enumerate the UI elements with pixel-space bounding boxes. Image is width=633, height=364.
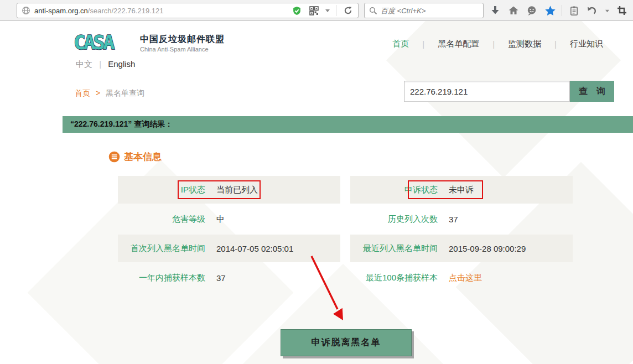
row-value: 37 [449, 215, 458, 224]
language-switcher: 中文 | English [76, 59, 135, 70]
breadcrumb-home[interactable]: 首页 [75, 89, 90, 97]
shield-icon[interactable] [290, 4, 303, 17]
basic-info-section-header: 基本信息 [108, 150, 162, 163]
row-label: 危害等级 [118, 214, 205, 225]
divider [336, 5, 336, 16]
ip-search-input[interactable] [404, 81, 570, 102]
bookmark-star-icon[interactable] [543, 4, 557, 17]
result-header-bar: “222.76.219.121” 查询结果： [63, 116, 633, 133]
url-path: /search/222.76.219.121 [88, 7, 164, 15]
query-button[interactable]: 查 询 [570, 81, 614, 102]
breadcrumb-current: 黑名单查询 [106, 89, 144, 97]
casa-logo-icon: CASA [74, 33, 136, 54]
recent-samples-link[interactable]: 点击这里 [449, 273, 482, 283]
magnifier-icon [369, 7, 377, 15]
site-logo[interactable]: CASA 中国反垃圾邮件联盟 China Anti-Spam Alliance [74, 33, 225, 54]
info-row-recent-samples: 最近100条捕获样本 点击这里 [350, 264, 573, 292]
breadcrumb: 首页 > 黑名单查询 [75, 89, 144, 98]
section-title: 基本信息 [124, 150, 162, 163]
lang-chinese[interactable]: 中文 [76, 59, 92, 69]
divider: | [99, 59, 101, 69]
highlight-red-box [408, 180, 483, 199]
url-text[interactable]: anti-spam.org.cn/search/222.76.219.121 [34, 7, 290, 15]
nav-item-blacklist-config[interactable]: 黑名单配置 [424, 39, 492, 49]
result-header-text: “222.76.219.121” 查询结果： [70, 119, 173, 129]
browser-search-input[interactable] [381, 7, 479, 15]
page-content: CASA 中国反垃圾邮件联盟 China Anti-Spam Alliance … [0, 22, 633, 364]
undo-icon[interactable] [585, 4, 599, 17]
list-icon [108, 151, 120, 163]
browser-search-bar[interactable] [364, 3, 484, 18]
reload-icon[interactable] [341, 4, 355, 17]
browser-window: anti-spam.org.cn/search/222.76.219.121 [0, 0, 633, 364]
history-dropdown-icon[interactable] [604, 4, 610, 17]
browser-toolbar: anti-spam.org.cn/search/222.76.219.121 [0, 0, 633, 21]
site-title-en: China Anti-Spam Alliance [140, 46, 225, 53]
info-row-appeal-status: 申诉状态 未申诉 [350, 176, 573, 204]
row-label: 最近100条捕获样本 [350, 273, 438, 283]
crop-icon[interactable] [615, 4, 629, 17]
messenger-icon[interactable] [525, 4, 538, 17]
breadcrumb-separator: > [96, 89, 100, 97]
row-value: 2014-07-05 02:05:01 [216, 244, 293, 253]
info-row-last-listed-time: 最近列入黑名单时间 2015-09-28 09:00:29 [350, 235, 573, 262]
site-title-cn: 中国反垃圾邮件联盟 [140, 34, 225, 45]
info-row-history-count: 历史列入次数 37 [350, 205, 573, 233]
nav-item-monitoring-data[interactable]: 监测数据 [495, 39, 554, 49]
appeal-button[interactable]: 申诉脱离黑名单 [281, 329, 412, 356]
url-bar[interactable]: anti-spam.org.cn/search/222.76.219.121 [17, 3, 359, 18]
info-row-ip-status: IP状态 当前已列入 [118, 176, 340, 204]
row-label: 一年内捕获样本数 [118, 273, 205, 283]
row-value: 37 [216, 273, 226, 283]
info-row-hazard-level: 危害等级 中 [118, 205, 340, 233]
qr-code-icon[interactable] [307, 4, 320, 17]
row-value: 中 [216, 214, 225, 225]
info-column-right: 申诉状态 未申诉 历史列入次数 37 最近列入黑名单时间 2015-09-28 … [350, 176, 573, 293]
globe-icon [22, 6, 30, 15]
row-label: 首次列入黑名单时间 [118, 243, 205, 254]
row-label: 最近列入黑名单时间 [350, 243, 438, 254]
highlight-red-box [178, 180, 261, 199]
divider [562, 5, 562, 16]
urlbar-dropdown-icon[interactable] [324, 4, 331, 17]
clipboard-icon[interactable] [567, 4, 580, 17]
svg-text:CASA: CASA [74, 33, 115, 54]
row-value: 2015-09-28 09:00:29 [449, 244, 526, 253]
row-label: 历史列入次数 [350, 214, 438, 225]
nav-item-home[interactable]: 首页 [379, 39, 422, 49]
nav-item-industry-knowledge[interactable]: 行业知识 [557, 39, 616, 49]
lang-english[interactable]: English [108, 59, 135, 69]
red-annotation-arrow [299, 249, 354, 327]
home-icon[interactable] [507, 4, 520, 17]
main-nav: 首页 | 黑名单配置 | 监测数据 | 行业知识 [379, 39, 616, 49]
url-domain: anti-spam.org.cn [34, 7, 88, 15]
download-icon[interactable] [489, 4, 502, 17]
